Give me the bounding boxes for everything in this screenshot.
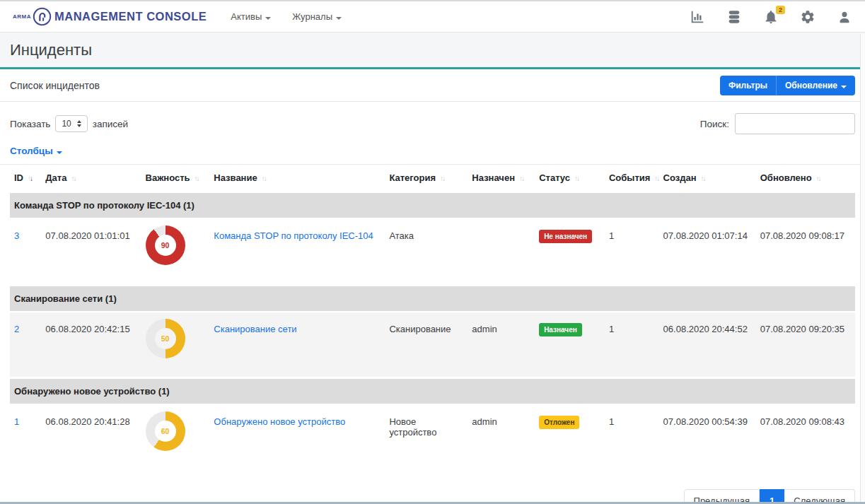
incident-name-link[interactable]: Команда STOP по протоколу IEC-104 [214, 230, 373, 241]
card-header: Список инцидентов Фильтры Обновление [0, 69, 865, 102]
menu-journals[interactable]: Журналы [292, 11, 342, 22]
column-header-название[interactable]: Название↑↓ [209, 165, 385, 192]
severity-value: 60 [161, 427, 170, 435]
column-header-статус[interactable]: Статус↑↓ [535, 165, 605, 192]
columns-button[interactable]: Столбцы [10, 146, 62, 156]
brand-logo[interactable]: ARMA MANAGEMENT CONSOLE [13, 7, 207, 26]
columns-button-label: Столбцы [10, 146, 53, 156]
incident-category: Новое устройство [385, 404, 468, 471]
sort-arrows-icon: ↑↓ [195, 175, 199, 182]
incident-updated: 07.08.2020 09:08:43 [756, 404, 855, 471]
column-header-создан[interactable]: Создан↑↓ [659, 165, 756, 192]
brand-prefix-text: ARMA [13, 13, 31, 20]
group-header-row: Сканирование сети (1) [10, 285, 855, 312]
user-profile-icon[interactable] [837, 9, 852, 25]
group-header-row: Обнаружено новое устройство (1) [10, 378, 855, 405]
incident-events: 1 [605, 312, 659, 378]
column-header-категория[interactable]: Категория↑↓ [385, 165, 468, 192]
incident-name-link[interactable]: Обнаружено новое устройство [214, 416, 345, 427]
search-input[interactable] [735, 113, 855, 134]
incidents-tbody: Команда STOP по протоколу IEC-104 (1) 3 … [10, 192, 855, 471]
brand-name: MANAGEMENT CONSOLE [54, 10, 207, 23]
table-row: 3 07.08.2020 01:01:01 90 Команда STOP по… [10, 218, 855, 285]
notifications-bell-icon[interactable]: 2 [763, 9, 779, 25]
group-title: Обнаружено новое устройство (1) [10, 378, 855, 405]
column-header-дата[interactable]: Дата↑↓ [41, 165, 141, 192]
menu-assets[interactable]: Активы [231, 11, 271, 22]
records-label: записей [93, 119, 128, 129]
column-header-события[interactable]: События↑↓ [605, 165, 659, 192]
incident-id-link[interactable]: 2 [14, 324, 19, 334]
incident-created: 06.08.2020 20:44:52 [659, 312, 756, 378]
incident-events: 1 [605, 218, 659, 285]
database-icon[interactable] [726, 9, 742, 25]
incidents-table: ID↑↓Дата↑↓Важность↑↓Название↑↓Категория↑… [10, 165, 855, 471]
column-header-важность[interactable]: Важность↑↓ [141, 165, 210, 192]
incident-category: Сканирование [385, 312, 468, 378]
refresh-button-label: Обновление [785, 81, 837, 90]
severity-donut: 50 [146, 319, 185, 358]
dashboard-chart-icon[interactable] [690, 9, 705, 25]
main-menu: Активы Журналы [231, 11, 342, 22]
status-badge: Назначен [539, 323, 582, 336]
arma-helmet-icon [33, 7, 52, 26]
status-badge: Не назначен [539, 230, 592, 243]
severity-donut: 90 [146, 225, 185, 265]
page-size-group: Показать 10 записей [10, 115, 128, 132]
incident-assignee [468, 218, 535, 285]
sort-arrows-icon: ↑↓ [28, 175, 32, 182]
status-badge: Отложен [539, 416, 579, 429]
sort-arrows-icon: ↑↓ [654, 175, 658, 182]
menu-assets-label: Активы [231, 11, 262, 22]
page-size-select[interactable]: 10 [55, 115, 87, 132]
notifications-badge: 2 [776, 6, 785, 15]
sort-arrows-icon: ↑↓ [701, 175, 705, 182]
group-title: Команда STOP по протоколу IEC-104 (1) [10, 192, 855, 219]
incident-updated: 07.08.2020 09:20:35 [756, 312, 855, 378]
incident-name-link[interactable]: Сканирование сети [214, 324, 296, 334]
incident-updated: 07.08.2020 09:08:17 [756, 218, 855, 285]
menu-journals-label: Журналы [292, 11, 332, 22]
table-header-row: ID↑↓Дата↑↓Важность↑↓Название↑↓Категория↑… [10, 165, 855, 192]
header-button-group: Фильтры Обновление [720, 76, 855, 95]
incident-date: 07.08.2020 01:01:01 [41, 218, 141, 285]
stepper-arrows-icon [77, 120, 81, 127]
incident-date: 06.08.2020 20:41:28 [41, 404, 141, 471]
chevron-down-icon [57, 146, 62, 156]
table-controls: Показать 10 записей Поиск: [0, 102, 865, 134]
severity-value: 90 [161, 241, 170, 250]
group-title: Сканирование сети (1) [10, 285, 855, 312]
incident-events: 1 [605, 404, 659, 471]
sort-arrows-icon: ↑↓ [440, 175, 444, 182]
incident-assignee: admin [468, 312, 535, 378]
page-size-value: 10 [62, 119, 71, 129]
sort-arrows-icon: ↑↓ [71, 175, 75, 182]
columns-row: Столбцы [0, 134, 865, 165]
scrollbar-track[interactable] [860, 34, 865, 502]
table-row: 2 06.08.2020 20:42:15 50 Сканирование се… [10, 312, 855, 378]
chevron-down-icon [336, 11, 342, 22]
column-header-id[interactable]: ID↑↓ [10, 165, 41, 192]
incident-assignee: admin [468, 404, 535, 471]
incident-id-link[interactable]: 3 [14, 230, 19, 241]
card-title: Список инцидентов [10, 80, 100, 91]
incident-created: 07.08.2020 01:07:14 [659, 218, 756, 285]
filters-button[interactable]: Фильтры [720, 76, 776, 95]
navbar-icons: 2 [690, 9, 852, 25]
sort-arrows-icon: ↑↓ [574, 175, 579, 182]
refresh-button[interactable]: Обновление [776, 76, 855, 95]
incident-created: 07.08.2020 00:54:39 [659, 404, 756, 471]
chevron-down-icon [265, 11, 271, 22]
column-header-назначен[interactable]: Назначен↑↓ [468, 165, 535, 192]
table-row: 1 06.08.2020 20:41:28 60 Обнаружено ново… [10, 404, 855, 471]
column-header-обновлено[interactable]: Обновлено↑↓ [756, 165, 855, 192]
search-group: Поиск: [700, 113, 855, 134]
incident-category: Атака [385, 218, 468, 285]
search-label: Поиск: [700, 119, 729, 129]
settings-gear-icon[interactable] [800, 9, 815, 25]
incident-id-link[interactable]: 1 [14, 416, 19, 427]
sort-arrows-icon: ↑↓ [519, 175, 523, 182]
page-title-band: Инциденты [0, 33, 865, 69]
severity-value: 50 [161, 334, 170, 343]
sort-arrows-icon: ↑↓ [816, 175, 820, 182]
